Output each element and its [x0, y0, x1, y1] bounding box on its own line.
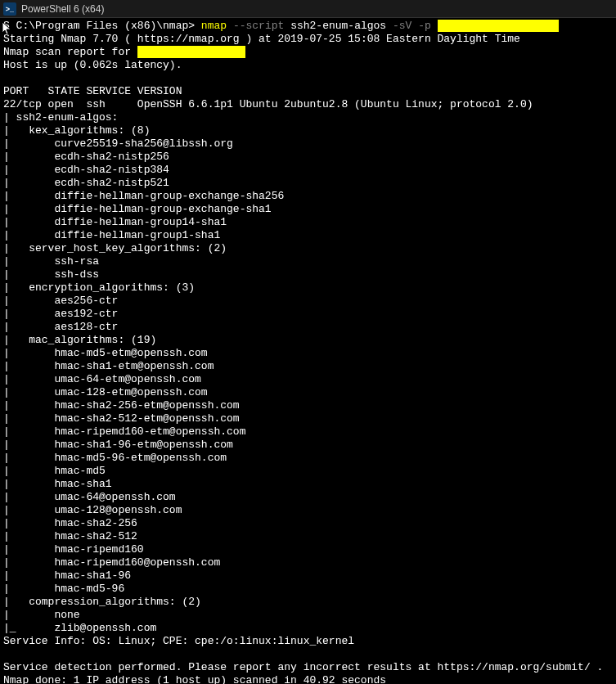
output-line: | hmac-sha1-etm@openssh.com: [3, 360, 214, 372]
output-line: | kex_algorithms: (8): [3, 124, 150, 137]
output-line: | hmac-ripemd160-etm@openssh.com: [3, 425, 245, 438]
output-header: PORT STATE SERVICE VERSION: [3, 85, 182, 97]
output-line: | none: [3, 609, 80, 621]
output-line: | diffie-hellman-group-exchange-sha256: [3, 190, 284, 202]
output-line: | encryption_algorithms: (3): [3, 281, 195, 294]
output-line: | umac-128@openssh.com: [3, 504, 182, 516]
cmd-script-arg: ssh2-enum-algos: [290, 20, 386, 32]
output-line: | hmac-sha2-256: [3, 517, 137, 529]
output-line: | ecdh-sha2-nistp521: [3, 177, 169, 189]
output-portline: 22/tcp open ssh OpenSSH 6.6.1p1 Ubuntu 2…: [3, 98, 533, 110]
output-line: | diffie-hellman-group14-sha1: [3, 216, 227, 228]
output-line: | hmac-md5-96-etm@openssh.com: [3, 452, 227, 464]
output-line: | server_host_key_algorithms: (2): [3, 242, 227, 254]
output-line: | hmac-sha2-512-etm@openssh.com: [3, 412, 240, 425]
output-line: | hmac-md5-etm@openssh.com: [3, 347, 208, 359]
output-line: | hmac-md5-96: [3, 583, 124, 595]
output-line: Nmap scan report for: [3, 46, 137, 58]
output-line: | hmac-md5: [3, 465, 106, 477]
output-line: | aes128-ctr: [3, 321, 118, 333]
output-line: | ssh-rsa: [3, 255, 99, 268]
cmd-flag-script: --script: [233, 20, 284, 32]
output-line: | ecdh-sha2-nistp256: [3, 151, 169, 163]
output-line: | hmac-sha2-512: [3, 530, 137, 542]
redacted-target: [438, 20, 559, 32]
output-line: | hmac-ripemd160@openssh.com: [3, 556, 220, 569]
output-line: | hmac-sha1-96-etm@openssh.com: [3, 439, 233, 451]
terminal-output[interactable]: S C:\Program Files (x86)\nmap> nmap --sc…: [0, 18, 616, 684]
prompt-path: S C:\Program Files (x86)\nmap>: [3, 20, 195, 32]
output-line: | hmac-sha1: [3, 478, 112, 490]
output-line: | umac-64-etm@openssh.com: [3, 373, 201, 385]
output-line: Host is up (0.062s latency).: [3, 59, 182, 71]
output-line: | curve25519-sha256@libssh.org: [3, 137, 233, 150]
output-line: | ssh-dss: [3, 268, 99, 281]
output-line: | compression_algorithms: (2): [3, 596, 201, 608]
window-title: PowerShell 6 (x64): [21, 3, 104, 15]
powershell-icon: >_: [3, 2, 16, 16]
output-line: | hmac-sha2-256-etm@openssh.com: [3, 399, 240, 412]
output-line: | hmac-sha1-96: [3, 569, 131, 582]
output-line: |_ zlib@openssh.com: [3, 622, 156, 634]
output-line: | aes192-ctr: [3, 308, 118, 320]
cmd-flags-2: -sV -p: [393, 20, 431, 32]
output-line: | aes256-ctr: [3, 295, 118, 307]
cmd-name: nmap: [201, 20, 227, 32]
output-line: Nmap done: 1 IP address (1 host up) scan…: [3, 674, 386, 684]
output-line: Service detection performed. Please repo…: [3, 661, 603, 673]
output-line: | ecdh-sha2-nistp384: [3, 164, 169, 176]
output-line: | hmac-ripemd160: [3, 543, 144, 556]
output-line: | ssh2-enum-algos:: [3, 111, 118, 124]
output-line: Starting Nmap 7.70 ( https://nmap.org ) …: [3, 33, 520, 45]
output-line: Service Info: OS: Linux; CPE: cpe:/o:lin…: [3, 635, 354, 647]
output-line: | mac_algorithms: (19): [3, 334, 156, 346]
redacted-host: [137, 46, 246, 58]
output-line: | umac-128-etm@openssh.com: [3, 386, 208, 398]
window-titlebar[interactable]: >_ PowerShell 6 (x64): [0, 0, 616, 18]
output-line: | diffie-hellman-group1-sha1: [3, 229, 220, 241]
output-line: | umac-64@openssh.com: [3, 491, 176, 503]
output-line: | diffie-hellman-group-exchange-sha1: [3, 203, 272, 215]
